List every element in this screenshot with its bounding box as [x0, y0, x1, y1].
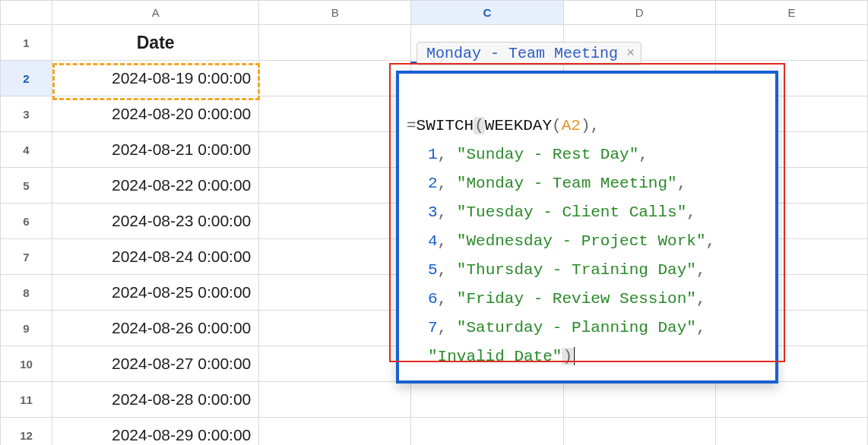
row-header-12[interactable]: 12: [1, 418, 52, 446]
cell-E1[interactable]: [715, 25, 867, 61]
row-header-4[interactable]: 4: [1, 132, 52, 168]
cell-D12[interactable]: [563, 418, 715, 446]
cell-A3[interactable]: 2024-08-20 0:00:00: [52, 96, 259, 132]
row-header-3[interactable]: 3: [1, 96, 52, 132]
formula-case: 7, "Saturday - Planning Day",: [407, 314, 768, 342]
row-header-2[interactable]: 2: [1, 61, 52, 96]
column-header-B[interactable]: B: [259, 1, 411, 25]
cell-A7[interactable]: 2024-08-24 0:00:00: [52, 239, 259, 275]
formula-case: 3, "Tuesday - Client Calls",: [407, 198, 768, 227]
cell-B8[interactable]: [259, 275, 411, 311]
cell-A8[interactable]: 2024-08-25 0:00:00: [52, 275, 259, 311]
preview-text: Monday - Team Meeting: [426, 45, 618, 62]
row-header-10[interactable]: 10: [1, 346, 52, 382]
cell-B1[interactable]: [259, 25, 411, 61]
column-header-C[interactable]: C: [411, 1, 563, 25]
row-header-5[interactable]: 5: [1, 168, 52, 204]
row-header-9[interactable]: 9: [1, 311, 52, 346]
formula-case: 6, "Friday - Review Session",: [407, 285, 768, 314]
cell-B10[interactable]: [259, 346, 411, 382]
row-header-7[interactable]: 7: [1, 239, 52, 275]
cell-A9[interactable]: 2024-08-26 0:00:00: [52, 311, 259, 346]
cell-A10[interactable]: 2024-08-27 0:00:00: [52, 346, 259, 382]
cell-A6[interactable]: 2024-08-23 0:00:00: [52, 204, 259, 239]
cell-E12[interactable]: [715, 418, 867, 446]
cell-D11[interactable]: [563, 382, 715, 418]
column-header-E[interactable]: E: [715, 1, 867, 25]
formula-case: 1, "Sunday - Rest Day",: [407, 140, 768, 169]
row-header-8[interactable]: 8: [1, 275, 52, 311]
column-header-D[interactable]: D: [563, 1, 715, 25]
cell-E11[interactable]: [715, 382, 867, 418]
column-header-A[interactable]: A: [52, 1, 259, 25]
cell-C12[interactable]: [411, 418, 563, 446]
row-header-1[interactable]: 1: [1, 25, 52, 61]
row-header-11[interactable]: 11: [1, 382, 52, 418]
formula-case: 2, "Monday - Team Meeting",: [407, 169, 768, 198]
cell-B3[interactable]: [259, 96, 411, 132]
close-icon[interactable]: ×: [626, 46, 635, 61]
cell-A2[interactable]: 2024-08-19 0:00:00: [52, 61, 259, 96]
cell-B11[interactable]: [259, 382, 411, 418]
cell-C11[interactable]: [411, 382, 563, 418]
cell-A11[interactable]: 2024-08-28 0:00:00: [52, 382, 259, 418]
cell-A12[interactable]: 2024-08-29 0:00:00: [52, 418, 259, 446]
cell-A5[interactable]: 2024-08-22 0:00:00: [52, 168, 259, 204]
row-header-6[interactable]: 6: [1, 204, 52, 239]
cell-B7[interactable]: [259, 239, 411, 275]
cell-B6[interactable]: [259, 204, 411, 239]
cell-B4[interactable]: [259, 132, 411, 168]
cell-A1[interactable]: Date: [52, 25, 259, 61]
cell-B12[interactable]: [259, 418, 411, 446]
formula-case: 5, "Thursday - Training Day",: [407, 256, 768, 285]
cell-A4[interactable]: 2024-08-21 0:00:00: [52, 132, 259, 168]
cell-B5[interactable]: [259, 168, 411, 204]
formula-result-preview: Monday - Team Meeting ×: [417, 42, 641, 65]
cell-B9[interactable]: [259, 311, 411, 346]
formula-editor[interactable]: =SWITCH(WEEKDAY(A2), 1, "Sunday - Rest D…: [396, 71, 778, 383]
cell-B2[interactable]: [259, 61, 411, 96]
corner-cell[interactable]: [1, 1, 52, 25]
column-header-row: ABCDE: [1, 1, 868, 25]
formula-case: 4, "Wednesday - Project Work",: [407, 227, 768, 256]
